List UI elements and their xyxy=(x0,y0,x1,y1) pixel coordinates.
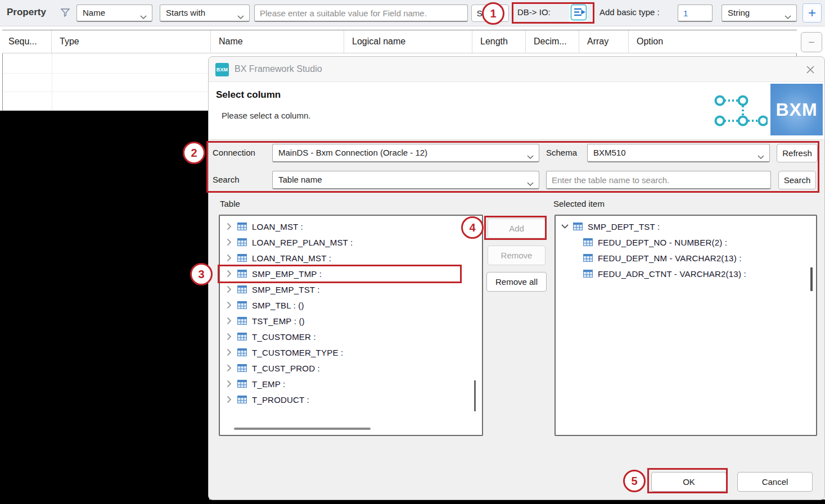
remove-all-button[interactable]: Remove all xyxy=(486,272,547,292)
vertical-scrollbar[interactable] xyxy=(474,380,476,411)
chevron-right-icon[interactable] xyxy=(227,348,232,356)
vertical-scrollbar[interactable] xyxy=(810,267,813,291)
selected-column-item[interactable]: FEDU_DEPT_NO - NUMBER(2) : xyxy=(556,234,816,250)
schema-label: Schema xyxy=(546,148,577,157)
close-icon[interactable] xyxy=(805,65,815,75)
filter-operator-select[interactable]: Starts with xyxy=(160,4,250,22)
add-count-input[interactable] xyxy=(678,4,713,22)
horizontal-scrollbar[interactable] xyxy=(234,428,371,430)
table-tree-item[interactable]: LOAN_MST : xyxy=(220,219,482,234)
table-icon xyxy=(237,301,247,309)
dialog-heading: Select column xyxy=(216,89,281,101)
table-tree-item-highlighted[interactable]: SMP_EMP_TMP : xyxy=(220,266,482,281)
grid-header: Sequ...TypeNameLogical nameLengthDecim..… xyxy=(2,30,797,53)
chevron-right-icon[interactable] xyxy=(227,270,232,278)
chevron-down-icon[interactable] xyxy=(562,223,567,230)
chevron-right-icon[interactable] xyxy=(227,238,232,246)
table-icon xyxy=(237,223,247,230)
schema-select[interactable]: BXM510 xyxy=(587,144,770,162)
dialog-window-title: BX Framework Studio xyxy=(235,64,322,74)
chevron-right-icon[interactable] xyxy=(227,364,232,372)
table-icon xyxy=(573,223,583,230)
remove-button[interactable]: Remove xyxy=(488,246,546,265)
chevron-right-icon[interactable] xyxy=(227,254,232,262)
grid-column-header[interactable]: Array xyxy=(579,30,629,53)
search-type-value: Table name xyxy=(278,175,322,184)
chevron-down-icon xyxy=(758,152,764,162)
basic-type-value: String xyxy=(728,8,750,17)
ok-button[interactable]: OK xyxy=(651,472,727,492)
refresh-button[interactable]: Refresh xyxy=(777,144,818,162)
add-basic-type-label: Add basic type : xyxy=(599,7,660,17)
selected-table-name: SMP_DEPT_TST : xyxy=(588,222,660,231)
grid-column-header[interactable]: Decim... xyxy=(526,30,579,53)
chevron-down-icon xyxy=(527,179,534,189)
grid-column-header[interactable]: Length xyxy=(472,30,526,53)
grid-column-header[interactable]: Name xyxy=(211,30,344,53)
table-tree-item[interactable]: LOAN_REP_PLAN_MST : xyxy=(220,234,482,250)
basic-type-select[interactable]: String xyxy=(722,4,797,22)
table-tree-item[interactable]: T_EMP : xyxy=(220,376,482,392)
table-tree-item[interactable]: SMP_EMP_TST : xyxy=(220,281,482,297)
table-name: T_EMP : xyxy=(252,379,285,389)
screen: Property Name Starts with Search DB-> IO… xyxy=(0,0,825,504)
cancel-button[interactable]: Cancel xyxy=(737,472,813,492)
selected-column-item[interactable]: FEDU_DEPT_NM - VARCHAR2(13) : xyxy=(556,250,816,266)
dialog-titlebar[interactable]: BXM BX Framework Studio xyxy=(209,57,824,82)
filter-icon xyxy=(60,7,71,20)
db-import-icon xyxy=(570,4,587,23)
connection-label: Connection xyxy=(213,148,255,157)
chevron-right-icon[interactable] xyxy=(227,396,232,403)
annotation-step-4: 4 xyxy=(461,216,484,239)
selected-root-item[interactable]: SMP_DEPT_TST : xyxy=(556,219,816,234)
connection-select[interactable]: MainDS - Bxm Connection (Oracle - 12) xyxy=(272,144,539,162)
chevron-right-icon[interactable] xyxy=(227,380,232,388)
table-tree-item[interactable]: LOAN_TRAN_MST : xyxy=(220,250,482,266)
grid-column-header[interactable]: Type xyxy=(52,30,211,53)
chevron-right-icon[interactable] xyxy=(227,223,232,230)
table-tree-item[interactable]: TST_EMP : () xyxy=(220,313,482,329)
table-name: T_CUSTOMER : xyxy=(252,332,316,342)
table-tree: LOAN_MST :LOAN_REP_PLAN_MST :LOAN_TRAN_M… xyxy=(220,219,482,407)
selected-children: FEDU_DEPT_NO - NUMBER(2) :FEDU_DEPT_NM -… xyxy=(556,234,816,281)
chevron-right-icon[interactable] xyxy=(227,301,232,309)
table-tree-item[interactable]: T_PRODUCT : xyxy=(220,392,482,407)
column-name: FEDU_ADR_CTNT - VARCHAR2(13) : xyxy=(598,269,746,279)
db-to-io-button[interactable] xyxy=(569,4,588,22)
connection-value: MainDS - Bxm Connection (Oracle - 12) xyxy=(278,148,427,157)
chevron-down-icon xyxy=(140,12,147,22)
table-tree-item[interactable]: T_CUST_PROD : xyxy=(220,360,482,376)
filter-field-select[interactable]: Name xyxy=(76,4,152,22)
field-name-filter-input[interactable] xyxy=(254,4,468,22)
grid-column-header[interactable]: Logical name xyxy=(344,30,472,53)
table-tree-item[interactable]: SMP_TBL : () xyxy=(220,297,482,313)
chevron-right-icon[interactable] xyxy=(227,285,232,293)
black-backdrop-bottom xyxy=(0,500,825,504)
chevron-right-icon[interactable] xyxy=(227,317,232,325)
collapse-grid-button[interactable]: − xyxy=(801,32,822,52)
table-name: LOAN_MST : xyxy=(252,222,303,231)
chevron-right-icon[interactable] xyxy=(227,333,232,340)
table-tree-item[interactable]: T_CUSTOMER_TYPE : xyxy=(220,344,482,360)
table-search-input[interactable] xyxy=(546,171,771,189)
selected-column-item[interactable]: FEDU_ADR_CTNT - VARCHAR2(13) : xyxy=(556,266,816,281)
table-tree-item[interactable]: T_CUSTOMER : xyxy=(220,329,482,344)
table-panel-label: Table xyxy=(220,199,240,208)
grid-column-header[interactable]: Option xyxy=(629,30,797,53)
add-button[interactable]: Add xyxy=(488,219,546,238)
add-field-button[interactable]: + xyxy=(803,3,822,22)
table-name: T_CUST_PROD : xyxy=(252,364,320,373)
dialog-header-band: Select column Please select a column. BX… xyxy=(209,82,824,140)
table-search-button[interactable]: Search xyxy=(778,171,816,189)
table-name: LOAN_TRAN_MST : xyxy=(252,253,331,263)
table-name: TST_EMP : () xyxy=(252,316,305,326)
table-name: LOAN_REP_PLAN_MST : xyxy=(252,238,353,247)
column-name: FEDU_DEPT_NM - VARCHAR2(13) : xyxy=(598,253,742,263)
table-name: T_PRODUCT : xyxy=(252,395,309,405)
table-icon xyxy=(237,238,247,246)
black-backdrop-left xyxy=(0,111,209,504)
bxm-app-icon: BXM xyxy=(215,63,229,76)
chevron-down-icon xyxy=(785,12,791,22)
search-type-select[interactable]: Table name xyxy=(272,171,539,189)
grid-column-header[interactable]: Sequ... xyxy=(2,30,52,53)
